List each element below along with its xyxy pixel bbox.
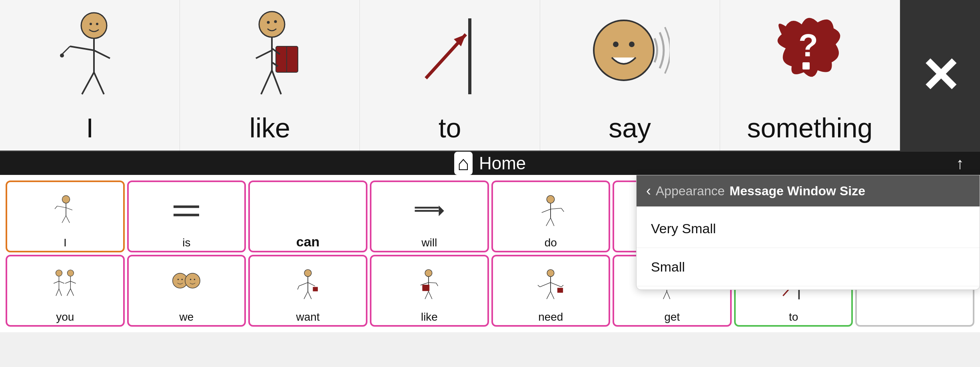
svg-point-77	[178, 279, 179, 280]
svg-point-89	[425, 269, 432, 276]
dropdown-breadcrumb: Appearance	[656, 184, 725, 198]
grid-img-is	[170, 184, 202, 237]
grid-label-is: is	[182, 237, 190, 249]
something-puzzle-icon: ?	[770, 10, 850, 102]
grid-label-we: we	[180, 311, 194, 323]
grid-img-do	[535, 184, 567, 237]
symbol-cell-something[interactable]: ? something	[720, 0, 900, 151]
grid-cell-do[interactable]: do	[491, 181, 611, 252]
close-icon: ✕	[920, 52, 960, 99]
svg-line-104	[547, 291, 551, 299]
symbol-cell-I[interactable]: I	[0, 0, 180, 151]
svg-line-18	[256, 50, 272, 58]
I-grid-icon	[49, 195, 81, 227]
svg-point-63	[56, 270, 62, 276]
grid-cell-can[interactable]: can	[248, 181, 367, 252]
symbol-label-to: to	[439, 112, 461, 143]
dropdown-back-button[interactable]: ‹	[646, 183, 651, 199]
symbol-label-something: something	[747, 112, 873, 143]
svg-line-83	[299, 282, 308, 286]
symbol-img-to	[414, 4, 486, 108]
svg-rect-86	[313, 287, 318, 291]
to-arrow-icon	[414, 10, 486, 102]
svg-line-66	[59, 281, 64, 283]
svg-line-67	[56, 288, 59, 296]
close-button[interactable]: ✕	[900, 0, 980, 151]
svg-point-41	[547, 195, 555, 203]
svg-line-43	[542, 209, 551, 212]
will-arrow-icon	[413, 199, 445, 223]
svg-point-2	[96, 23, 98, 25]
home-label: Home	[479, 153, 526, 173]
symbol-bar: I	[0, 0, 980, 152]
svg-point-26	[629, 42, 635, 47]
grid-cell-is[interactable]: is	[127, 181, 246, 252]
svg-line-101	[551, 282, 561, 287]
svg-point-25	[613, 42, 619, 47]
svg-line-73	[67, 288, 70, 296]
svg-rect-28	[802, 62, 810, 69]
svg-line-34	[62, 216, 66, 223]
symbol-img-say	[590, 4, 670, 108]
grid-cell-will[interactable]: will	[370, 181, 489, 252]
grid-img-we	[170, 259, 202, 311]
svg-point-97	[547, 269, 554, 276]
svg-line-20	[272, 70, 281, 94]
svg-line-6	[94, 50, 110, 58]
nav-up-arrow[interactable]: ↑	[956, 155, 964, 173]
svg-point-11	[267, 21, 269, 24]
svg-line-47	[551, 218, 554, 226]
svg-line-5	[62, 46, 70, 54]
dropdown-items: Very Small Small	[637, 206, 980, 290]
grid-cell-want[interactable]: want	[248, 255, 367, 327]
dropdown-title: Message Window Size	[730, 184, 865, 198]
grid-cell-we[interactable]: we	[127, 255, 246, 327]
grid-cell-like2[interactable]: like	[370, 255, 489, 327]
symbol-cell-to[interactable]: to	[360, 0, 540, 151]
grid-label-I: I	[64, 237, 67, 249]
symbol-label-say: say	[609, 112, 651, 143]
dropdown-item-very-small[interactable]: Very Small	[637, 210, 980, 248]
like-stick-figure-icon	[238, 10, 302, 102]
grid-cell-need[interactable]: need	[491, 255, 611, 327]
bottom-section: ⌂ Home ↑	[0, 152, 980, 331]
grid-img-need	[535, 259, 567, 311]
svg-line-71	[65, 281, 70, 283]
svg-line-92	[428, 282, 436, 283]
say-face-icon	[590, 10, 670, 102]
svg-point-78	[182, 279, 183, 280]
svg-line-105	[551, 291, 554, 299]
grid-cell-I[interactable]: I	[6, 181, 125, 252]
svg-point-81	[304, 269, 311, 276]
dropdown-item-small[interactable]: Small	[637, 248, 980, 286]
svg-line-91	[420, 282, 428, 285]
svg-line-68	[59, 288, 62, 296]
symbol-img-I	[58, 4, 122, 108]
svg-line-93	[436, 283, 438, 286]
svg-line-102	[561, 285, 563, 287]
grid-label-want: want	[296, 311, 319, 323]
svg-line-112	[667, 291, 670, 299]
symbol-label-like: like	[249, 112, 290, 143]
svg-line-95	[425, 291, 429, 299]
svg-rect-103	[557, 288, 563, 292]
home-button[interactable]: ⌂ Home	[454, 152, 526, 175]
svg-line-4	[70, 46, 94, 50]
symbol-img-like	[238, 4, 302, 108]
symbol-cell-say[interactable]: say	[540, 0, 720, 151]
svg-line-87	[304, 291, 308, 299]
grid-img-you	[49, 259, 81, 311]
grid-label-can: can	[296, 234, 320, 249]
grid-label-you: you	[56, 311, 74, 323]
svg-point-76	[185, 273, 200, 288]
svg-rect-94	[422, 285, 429, 291]
svg-point-24	[594, 20, 654, 80]
do-stick-icon	[535, 195, 567, 227]
dropdown-panel: ‹ Appearance Message Window Size Very Sm…	[636, 175, 980, 290]
symbol-img-something: ?	[770, 4, 850, 108]
svg-line-65	[54, 281, 59, 283]
is-equals-icon	[170, 197, 202, 225]
grid-label-need: need	[538, 311, 563, 323]
grid-cell-you[interactable]: you	[6, 255, 125, 327]
symbol-cell-like[interactable]: like	[180, 0, 360, 151]
